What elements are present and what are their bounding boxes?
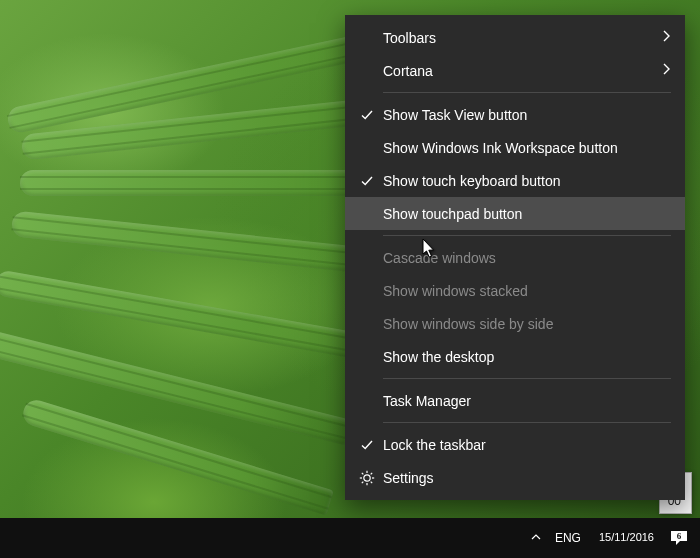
menu-item-show-side-by-side: Show windows side by side [345,307,685,340]
tray-date: 15/11/2016 [599,531,654,544]
tray-chevron-icon[interactable] [531,531,541,545]
menu-separator [383,92,671,93]
tray-notification-icon[interactable]: 6 [668,527,690,549]
checkmark-icon [355,174,379,188]
svg-line-8 [371,472,373,474]
menu-item-cortana[interactable]: Cortana [345,54,685,87]
menu-label: Lock the taskbar [379,437,671,453]
notification-count: 6 [677,531,682,541]
menu-label: Show windows side by side [379,316,671,332]
menu-item-toolbars[interactable]: Toolbars [345,21,685,54]
menu-item-show-stacked: Show windows stacked [345,274,685,307]
menu-separator [383,422,671,423]
menu-item-show-touch-keyboard[interactable]: Show touch keyboard button [345,164,685,197]
svg-line-7 [362,481,364,483]
taskbar-context-menu: Toolbars Cortana Show Task View button S… [345,15,685,500]
menu-item-show-ink-workspace[interactable]: Show Windows Ink Workspace button [345,131,685,164]
system-tray: ENG 15/11/2016 6 [531,527,690,549]
menu-separator [383,378,671,379]
menu-label: Toolbars [379,30,662,46]
menu-label: Show the desktop [379,349,671,365]
menu-label: Cortana [379,63,662,79]
menu-item-lock-taskbar[interactable]: Lock the taskbar [345,428,685,461]
menu-item-settings[interactable]: Settings [345,461,685,494]
menu-label: Show touch keyboard button [379,173,671,189]
menu-label: Task Manager [379,393,671,409]
taskbar[interactable]: ENG 15/11/2016 6 [0,518,700,558]
menu-item-task-manager[interactable]: Task Manager [345,384,685,417]
menu-item-show-task-view[interactable]: Show Task View button [345,98,685,131]
menu-label: Show windows stacked [379,283,671,299]
menu-label: Settings [379,470,671,486]
tray-language[interactable]: ENG [551,531,585,545]
checkmark-icon [355,438,379,452]
menu-item-cascade-windows: Cascade windows [345,241,685,274]
menu-separator [383,235,671,236]
menu-label: Show Task View button [379,107,671,123]
checkmark-icon [355,108,379,122]
svg-line-5 [362,472,364,474]
menu-item-show-touchpad[interactable]: Show touchpad button [345,197,685,230]
gear-icon [355,470,379,486]
chevron-right-icon [662,62,671,79]
svg-line-6 [371,481,373,483]
svg-point-0 [364,474,370,480]
menu-label: Show Windows Ink Workspace button [379,140,671,156]
menu-item-show-desktop[interactable]: Show the desktop [345,340,685,373]
menu-label: Show touchpad button [379,206,671,222]
tray-datetime[interactable]: 15/11/2016 [595,531,658,544]
chevron-right-icon [662,29,671,46]
menu-label: Cascade windows [379,250,671,266]
